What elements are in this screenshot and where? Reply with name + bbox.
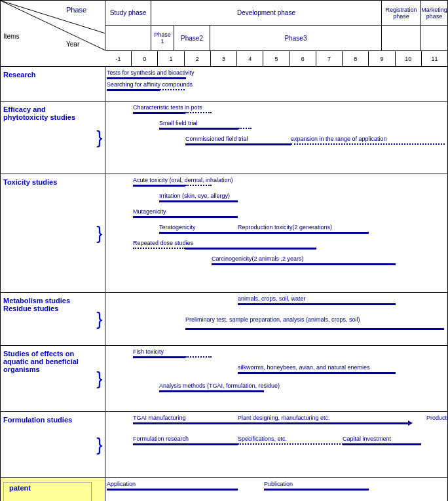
metabolism-section: Metabolism studiesResidue studies } anim… — [1, 293, 447, 346]
year-row: -1 0 1 2 3 4 5 6 7 8 9 10 11 — [105, 50, 447, 66]
form-text-5: Capital investment — [343, 436, 391, 443]
tox-text-6: Repeated dose studies — [133, 240, 193, 248]
efficacy-text-4: expansion in the range of application — [291, 136, 387, 143]
year-2: 2 — [185, 51, 211, 66]
tox-bar-6 — [185, 248, 316, 250]
tox-text-5: Reproduction toxicity(2 generations) — [238, 224, 332, 232]
phase3-header: Phase3 — [210, 26, 382, 50]
tox-text-7: Carcinogenicity(2 animals ,2 years) — [212, 255, 304, 263]
se-bar-2 — [238, 372, 396, 374]
patent-text-1: Application — [107, 481, 136, 489]
form-text-4: Specifications, etc. — [238, 436, 287, 443]
efficacy-bar-2 — [159, 128, 238, 130]
research-label: Research — [1, 67, 105, 101]
se-bar-1 — [133, 356, 185, 358]
form-text-prod: Production — [426, 415, 448, 422]
research-bar-1 — [107, 77, 186, 79]
year-10: 10 — [396, 51, 422, 66]
marketing-phase-header: Marketing phase — [421, 1, 447, 25]
tox-bar-6-dot — [133, 248, 185, 250]
form-bar-2-arrow — [238, 422, 408, 424]
svg-text:Items: Items — [3, 33, 19, 40]
tox-text-4: Teratogenicity — [159, 224, 196, 232]
formulation-label-text: Formulation studies — [1, 412, 94, 477]
efficacy-bar-1 — [133, 112, 185, 114]
toxicity-chart: Acute toxicity (oral, dermal, inhalation… — [105, 174, 447, 292]
studies-effects-brace: } — [94, 346, 105, 411]
studies-effects-label: Studies of effects on aquatic and benefi… — [1, 346, 105, 411]
se-text-1: Fish toxicity — [133, 348, 164, 356]
tox-bar-2 — [159, 200, 238, 202]
metabolism-label-text: Metabolism studiesResidue studies — [1, 293, 94, 345]
research-chart: Tests for synthesis and bioactivity Sear… — [105, 67, 447, 101]
phase1-header: Phase1 — [151, 26, 174, 50]
svg-text:Year: Year — [66, 41, 80, 48]
year-5: 5 — [263, 51, 289, 66]
tox-text-1: Acute toxicity (oral, dermal, inhalation… — [133, 177, 233, 185]
se-text-2: silkworms, honeybees, avian, and natural… — [238, 364, 370, 372]
year-11: 11 — [422, 51, 447, 66]
patent-label-text: patent — [3, 482, 92, 501]
year-3: 3 — [211, 51, 237, 66]
formulation-section: Formulation studies } TGAI manufacturing… — [1, 412, 447, 478]
se-text-3: Analysis methods (TGAI, formulation, res… — [159, 382, 280, 390]
research-bar-2 — [107, 89, 160, 91]
year--1: -1 — [105, 51, 132, 66]
research-text-1: Tests for synthesis and bioactivity — [107, 69, 195, 77]
meta-bar-2 — [185, 328, 444, 330]
tox-bar-3 — [133, 216, 238, 218]
tox-bar-4 — [159, 232, 238, 234]
year-9: 9 — [369, 51, 395, 66]
patent-bar-2 — [264, 489, 369, 491]
phase-row-1: Study phase Development phase Registrati… — [105, 1, 447, 26]
toxicity-brace: } — [94, 174, 105, 292]
meta-text-1: animals, crops, soil, water — [238, 295, 306, 303]
efficacy-bar-3 — [185, 143, 291, 145]
patent-section: patent Application Publication — [1, 478, 447, 501]
tox-text-3: Mutagenicity — [133, 208, 166, 216]
phase2-header: Phase2 — [174, 26, 210, 50]
header-right: Study phase Development phase Registrati… — [105, 1, 447, 66]
patent-label: patent — [1, 478, 105, 501]
efficacy-bar-2-dot — [238, 128, 252, 130]
efficacy-bar-4-dot — [291, 143, 445, 145]
year-1: 1 — [158, 51, 184, 66]
tox-bar-1-dot — [185, 185, 212, 187]
efficacy-text-2: Small field trial — [159, 120, 198, 128]
patent-text-2: Publication — [264, 481, 293, 489]
corner-cell: Phase Items Year — [1, 1, 105, 50]
efficacy-label: Efficacy and phytotoxicity studies } — [1, 102, 105, 174]
studies-effects-chart: Fish toxicity silkworms, honeybees, avia… — [105, 346, 447, 411]
efficacy-label-text: Efficacy and phytotoxicity studies — [1, 102, 94, 174]
research-label-text: Research — [1, 67, 94, 101]
efficacy-section: Efficacy and phytotoxicity studies } Cha… — [1, 102, 447, 174]
meta-text-2: Preliminary test, sample preparation, an… — [185, 316, 360, 324]
efficacy-text-3: Commissioned field trial — [185, 136, 248, 143]
svg-line-0 — [1, 1, 105, 50]
research-section: Research Tests for synthesis and bioacti… — [1, 67, 447, 102]
form-text-3: Formulation research — [133, 436, 189, 443]
page: Phase Items Year Study phase Development… — [0, 0, 448, 501]
metabolism-brace: } — [94, 293, 105, 345]
form-bar-5 — [343, 443, 421, 445]
mkt-sub-phase — [421, 26, 447, 50]
phase-row-2: Phase1 Phase2 Phase3 — [105, 26, 447, 50]
tox-bar-5 — [238, 232, 369, 234]
study-phase-header: Study phase — [105, 1, 151, 25]
research-bar-2-dot — [160, 89, 185, 91]
toxicity-section: Toxicity studies } Acute toxicity (oral,… — [1, 174, 447, 293]
formulation-label: Formulation studies } — [1, 412, 105, 477]
se-bar-3 — [159, 390, 264, 392]
studies-effects-section: Studies of effects on aquatic and benefi… — [1, 346, 447, 412]
year-7: 7 — [316, 51, 343, 66]
patent-chart: Application Publication — [105, 478, 447, 501]
efficacy-bar-1-dot — [185, 112, 212, 114]
patent-bar-1 — [107, 489, 238, 491]
se-bar-1-dot — [185, 356, 212, 358]
meta-bar-1 — [238, 303, 396, 305]
year-8: 8 — [343, 51, 369, 66]
year-6: 6 — [290, 51, 316, 66]
tox-bar-1 — [133, 185, 185, 187]
form-bar-1 — [133, 422, 238, 424]
year-4: 4 — [237, 51, 263, 66]
